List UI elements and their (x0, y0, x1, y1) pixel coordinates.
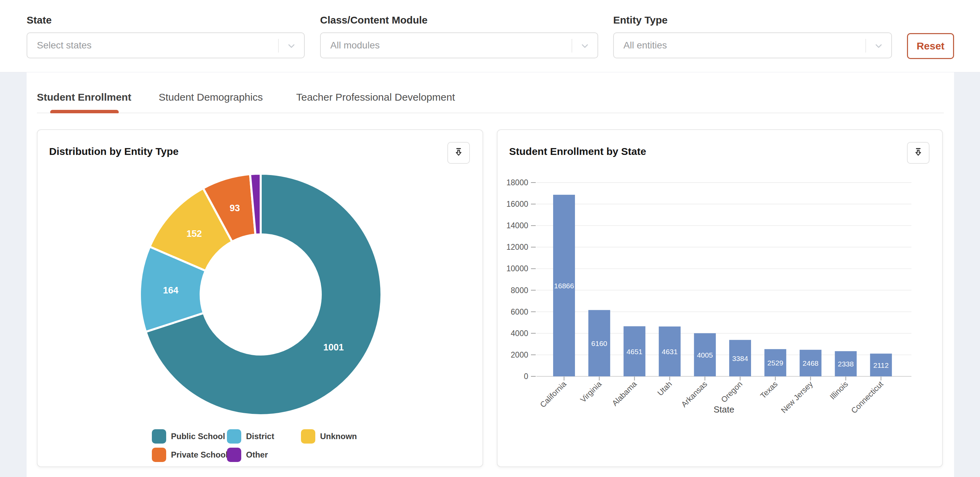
select-divider (571, 39, 572, 52)
bar-value-label: 6160 (591, 340, 608, 347)
tab-student-demographics[interactable]: Student Demographics (159, 91, 263, 103)
y-axis-tick-label: 0 (524, 372, 528, 381)
active-tab-indicator (50, 110, 119, 113)
legend-swatch (301, 429, 315, 444)
x-axis-category-label: Virginia (578, 379, 603, 404)
module-select[interactable]: All modules (320, 32, 598, 58)
bar-value-label: 2468 (803, 359, 819, 367)
chevron-down-icon (286, 41, 296, 51)
bar-value-label: 2529 (767, 359, 783, 367)
module-filter-label: Class/Content Module (320, 14, 598, 27)
legend-item-unknown[interactable]: Unknown (301, 429, 357, 444)
legend-item-district[interactable]: District (227, 429, 274, 444)
y-axis-tick-label: 14000 (506, 221, 528, 230)
state-select-placeholder: Select states (37, 40, 91, 51)
y-axis-tick-label: 12000 (506, 243, 528, 251)
dashboard-screen: State Select states Class/Content Module… (0, 0, 980, 477)
bar-value-label: 4631 (662, 348, 678, 356)
legend-label: Unknown (320, 432, 357, 441)
x-axis-category-label: California (538, 379, 568, 409)
bar-value-label: 3384 (732, 355, 748, 363)
pie-value-label: 152 (187, 229, 202, 239)
bar-card: Student Enrollment by State 020004000600… (497, 129, 943, 467)
x-axis-category-label: Illinois (828, 379, 850, 401)
y-axis-tick-label: 10000 (506, 264, 528, 273)
y-axis-tick-label: 16000 (506, 200, 528, 208)
reset-button[interactable]: Reset (907, 33, 954, 59)
bar-value-label: 16866 (554, 282, 574, 290)
x-axis-category-label: Texas (759, 379, 780, 400)
filter-bar: State Select states Class/Content Module… (0, 0, 980, 72)
chevron-down-icon (873, 41, 884, 51)
state-filter-label: State (27, 14, 305, 27)
legend-swatch (152, 448, 166, 462)
legend-item-public-school[interactable]: Public School (152, 429, 225, 444)
x-axis-category-label: Oregon (719, 379, 744, 404)
y-axis-tick-label: 2000 (511, 350, 528, 359)
tabs-divider (37, 113, 944, 113)
content-panel: Student Enrollment Student Demographics … (27, 72, 954, 477)
state-select[interactable]: Select states (27, 32, 305, 58)
tab-teacher-professional-development[interactable]: Teacher Professional Development (296, 91, 455, 103)
tab-student-enrollment[interactable]: Student Enrollment (37, 91, 131, 103)
x-axis-category-label: Utah (655, 379, 674, 398)
x-axis-category-label: Arkansas (679, 379, 709, 409)
chevron-down-icon (580, 41, 590, 51)
legend-label: District (246, 432, 274, 441)
pie-value-label: 1001 (323, 342, 344, 353)
pie-value-label: 164 (163, 285, 178, 296)
y-axis-tick-label: 4000 (511, 329, 528, 338)
legend-label: Public School (171, 432, 225, 441)
legend-label: Private School (171, 450, 228, 460)
bar-value-label: 4651 (627, 348, 643, 356)
module-select-placeholder: All modules (330, 40, 380, 51)
bar-value-label: 2112 (873, 361, 889, 369)
x-axis-title: State (713, 404, 734, 415)
legend-swatch (227, 448, 241, 462)
entity-type-select[interactable]: All entities (613, 32, 892, 58)
legend-item-private-school[interactable]: Private School (152, 448, 228, 462)
x-axis-category-label: Alabama (610, 379, 638, 408)
select-divider (278, 39, 279, 52)
entity-type-select-placeholder: All entities (624, 40, 667, 51)
donut-card: Distribution by Entity Type 100116415293… (37, 129, 483, 467)
filter-group-state: State Select states (27, 14, 305, 58)
bar-chart: 0200040006000800010000120001400016000180… (498, 130, 943, 468)
entity-type-filter-label: Entity Type (613, 14, 892, 27)
y-axis-tick-label: 18000 (506, 178, 528, 187)
legend-item-other[interactable]: Other (227, 448, 268, 462)
pie-value-label: 93 (230, 203, 240, 213)
select-divider (865, 39, 866, 52)
bar-value-label: 2338 (838, 360, 854, 368)
y-axis-tick-label: 6000 (511, 307, 528, 316)
donut-chart: 100116415293 (38, 130, 484, 468)
legend-swatch (227, 429, 241, 444)
bar-value-label: 4005 (697, 351, 713, 359)
filter-group-entity-type: Entity Type All entities (613, 14, 892, 58)
legend-label: Other (246, 450, 268, 460)
y-axis-tick-label: 8000 (511, 286, 528, 295)
filter-group-module: Class/Content Module All modules (320, 14, 598, 58)
legend-swatch (152, 429, 166, 444)
x-axis-category-label: New Jersey (780, 379, 815, 415)
x-axis-category-label: Connecticut (849, 379, 885, 415)
